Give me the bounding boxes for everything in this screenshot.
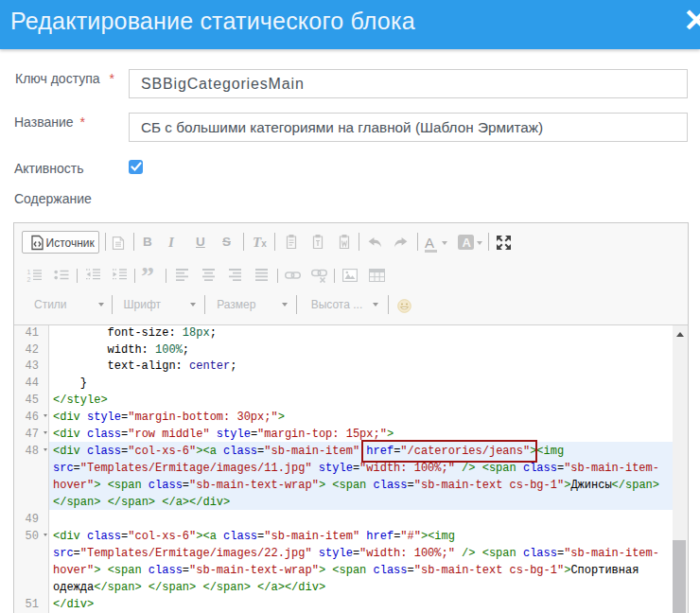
svg-text:1: 1 [27,269,31,275]
svg-text:2: 2 [27,276,31,283]
